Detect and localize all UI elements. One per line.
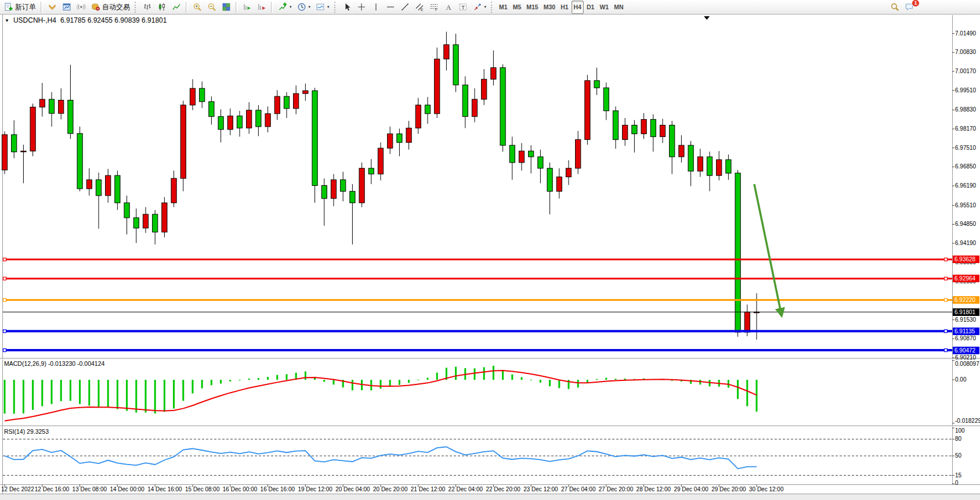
- timeframe-m1-button[interactable]: M1: [497, 1, 510, 14]
- svg-text:T: T: [461, 4, 465, 10]
- chart-shift-icon: [257, 2, 266, 12]
- hline-handle[interactable]: [945, 298, 948, 301]
- periods-button[interactable]: ▾: [295, 1, 313, 14]
- timeframe-m15-button[interactable]: M15: [524, 1, 540, 14]
- notifications-button[interactable]: 1: [902, 1, 916, 14]
- arrows-icon: [473, 2, 482, 12]
- zoom-out-icon: [207, 2, 216, 12]
- new-order-icon: [4, 2, 13, 12]
- fibonacci-icon: F: [429, 2, 439, 12]
- hline-handle[interactable]: [3, 349, 6, 352]
- autotrading-button[interactable]: 自动交易: [89, 1, 132, 14]
- cursor-button[interactable]: [340, 1, 354, 14]
- text-label-button[interactable]: T: [456, 1, 470, 14]
- toolbar-grip[interactable]: [334, 2, 337, 13]
- trendline-icon: [400, 2, 410, 12]
- auto-scroll-button[interactable]: [240, 1, 254, 14]
- crosshair-icon: [357, 2, 366, 12]
- channel-icon: E: [415, 2, 424, 12]
- toolbar-separator: [41, 2, 43, 13]
- search-button[interactable]: [888, 1, 902, 14]
- svg-text:A: A: [446, 3, 451, 12]
- timeframe-m5-button[interactable]: M5: [511, 1, 524, 14]
- line-chart-button[interactable]: [169, 1, 183, 14]
- toolbar-separator: [186, 2, 188, 13]
- candlestick-icon: [157, 2, 167, 12]
- hline-handle[interactable]: [3, 277, 6, 280]
- hline-handle[interactable]: [945, 258, 948, 261]
- new-order-button[interactable]: 新订单: [2, 1, 38, 14]
- fibonacci-button[interactable]: F: [427, 1, 441, 14]
- templates-button[interactable]: ▾: [313, 1, 332, 14]
- horizontal-line-button[interactable]: [384, 1, 397, 14]
- crosshair-button[interactable]: [355, 1, 368, 14]
- cursor-icon: [342, 2, 352, 12]
- candles: [2, 32, 759, 340]
- svg-text:E: E: [421, 8, 424, 12]
- timeframe-w1-button[interactable]: W1: [597, 1, 611, 14]
- toolbar-grip[interactable]: [491, 2, 494, 13]
- vertical-line-button[interactable]: [369, 1, 383, 14]
- timeframe-mn-button[interactable]: MN: [612, 1, 625, 14]
- chart-canvas: [0, 0, 980, 500]
- down-arrow-annotation[interactable]: [754, 184, 782, 315]
- gold-arrow-button[interactable]: [45, 1, 59, 14]
- auto-scroll-icon: [243, 2, 252, 12]
- timeframe-h1-button[interactable]: H1: [558, 1, 570, 14]
- equidistant-channel-button[interactable]: E: [413, 1, 426, 14]
- chevron-down-icon: ▾: [327, 5, 330, 9]
- rsi-line: [5, 447, 757, 469]
- gold-arrow-icon: [48, 2, 57, 12]
- toolbar-separator: [236, 2, 238, 13]
- new-chart-window-button[interactable]: [60, 1, 74, 14]
- toolbar-separator: [271, 2, 273, 13]
- broadcast-icon: [77, 2, 86, 12]
- templates-icon: [316, 2, 325, 12]
- zoom-in-button[interactable]: [190, 1, 204, 14]
- hline-handle[interactable]: [3, 330, 6, 333]
- candlestick-chart-button[interactable]: [155, 1, 169, 14]
- chevron-down-icon: ▾: [484, 5, 487, 9]
- horizontal-line-icon: [386, 2, 395, 12]
- indicators-button[interactable]: ▾: [276, 1, 294, 14]
- zoom-in-icon: [193, 2, 202, 12]
- autotrading-button-label: 自动交易: [102, 2, 130, 12]
- hline-handle[interactable]: [3, 258, 6, 261]
- new-order-button-label: 新订单: [15, 2, 36, 12]
- svg-text:F: F: [435, 8, 437, 12]
- vertical-line-icon: [371, 2, 381, 12]
- timeframe-label: D1: [587, 3, 594, 10]
- timeframe-m30-button[interactable]: M30: [541, 1, 558, 14]
- hline-handle[interactable]: [3, 298, 6, 301]
- trendline-button[interactable]: [398, 1, 412, 14]
- periods-icon: [297, 2, 306, 12]
- chart-window-icon: [62, 2, 71, 12]
- zoom-out-button[interactable]: [205, 1, 219, 14]
- chart-shift-button[interactable]: [255, 1, 269, 14]
- tile-windows-button[interactable]: [219, 1, 233, 14]
- timeframe-label: H4: [574, 3, 581, 10]
- timeframe-d1-button[interactable]: D1: [584, 1, 596, 14]
- text-button[interactable]: A: [442, 1, 455, 14]
- arrows-button[interactable]: ▾: [471, 1, 489, 14]
- indicators-icon: [278, 2, 287, 12]
- hline-handle[interactable]: [945, 277, 948, 280]
- bar-chart-icon: [143, 2, 152, 12]
- chevron-down-icon: ▾: [290, 5, 292, 9]
- notification-badge: 1: [912, 0, 920, 7]
- chart-shift-marker-icon[interactable]: [704, 16, 710, 20]
- autotrading-icon: [91, 2, 100, 12]
- timeframe-label: M1: [499, 3, 508, 10]
- toolbar: 新订单自动交易▾▾▾EFAT▾M1M5M15M30H1H4D1W1MN1: [0, 0, 980, 15]
- alerts-button[interactable]: [74, 1, 88, 14]
- timeframe-h4-button[interactable]: H4: [572, 1, 584, 14]
- hline-handle[interactable]: [945, 349, 948, 352]
- bar-chart-button[interactable]: [140, 1, 154, 14]
- hline-handle[interactable]: [945, 330, 948, 333]
- timeframe-label: M15: [526, 3, 538, 10]
- timeframe-label: M5: [513, 3, 522, 10]
- macd-histogram: [4, 366, 758, 414]
- text-label-icon: T: [458, 2, 468, 12]
- toolbar-grip[interactable]: [135, 2, 138, 13]
- timeframe-label: MN: [614, 3, 623, 10]
